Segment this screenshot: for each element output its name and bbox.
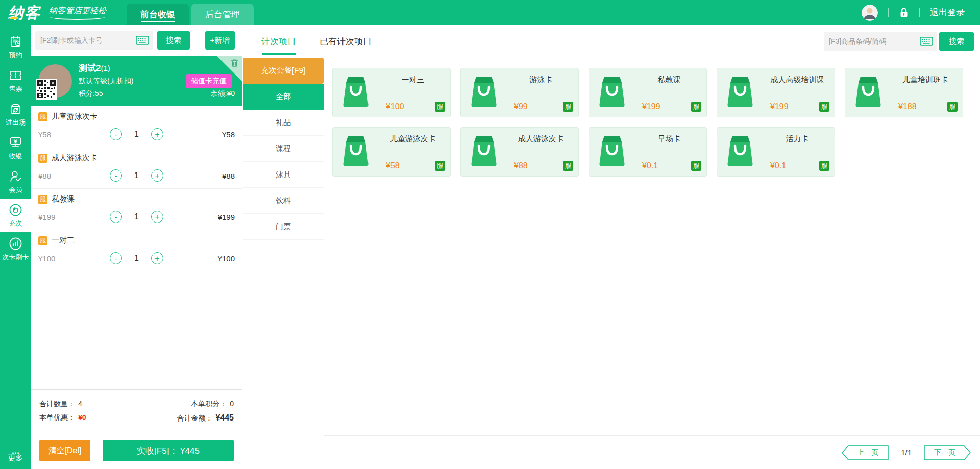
logout-button[interactable]: 退出登录 — [930, 7, 965, 18]
product-name: 儿童游泳次卡 — [380, 134, 446, 144]
tab-count-items[interactable]: 计次项目 — [261, 33, 296, 51]
product-card[interactable]: 儿童游泳次卡 ¥58 服 — [332, 127, 451, 177]
service-tag: 服 — [435, 161, 445, 171]
user-avatar-icon[interactable] — [862, 5, 878, 21]
divider — [888, 8, 889, 17]
cart-item-total: ¥58 — [192, 130, 235, 139]
category-swim-gear[interactable]: 泳具 — [243, 162, 324, 188]
service-tag: 服 — [691, 102, 701, 112]
sidebar-label: 更多 — [8, 453, 23, 463]
product-card[interactable]: 早场卡 ¥0.1 服 — [589, 127, 707, 177]
cart-item[interactable]: 服 私教课 ¥199 - 1 + ¥199 — [31, 189, 242, 230]
ticket-icon — [9, 68, 22, 82]
product-card[interactable]: 儿童培训班卡 ¥188 服 — [845, 68, 963, 117]
member-points: 积分:55 — [79, 89, 103, 98]
increase-qty-button[interactable]: + — [151, 211, 163, 223]
nav-tab-back-admin[interactable]: 后台管理 — [191, 4, 254, 25]
increase-qty-button[interactable]: + — [151, 252, 163, 264]
product-name: 成人高级培训课 — [764, 75, 830, 85]
sidebar-item-more[interactable]: … 更多 — [0, 449, 31, 463]
cart-item-price: ¥100 — [38, 254, 81, 263]
keyboard-icon[interactable] — [136, 36, 149, 45]
shopping-bag-icon — [341, 135, 371, 167]
total-amount-label: 合计金额： — [177, 414, 212, 423]
member-icon — [9, 169, 22, 183]
tab-existing-count-items[interactable]: 已有计次项目 — [320, 33, 372, 51]
cart-item-list: 服 儿童游泳次卡 ¥58 - 1 + ¥58 服 成人游泳次卡 ¥88 - 1 — [31, 106, 242, 389]
service-tag: 服 — [38, 154, 47, 163]
cart-item-qty: 1 — [134, 254, 139, 263]
product-card[interactable]: 成人高级培训课 ¥199 服 — [717, 68, 835, 117]
increase-qty-button[interactable]: + — [151, 169, 163, 182]
lock-icon[interactable] — [899, 7, 909, 18]
sidebar-item-cashier[interactable]: 收银 — [0, 131, 31, 165]
pay-button[interactable]: 实收[F5]： ¥445 — [103, 440, 234, 461]
sidebar-item-recharge-times[interactable]: 充次 — [0, 199, 31, 232]
main-nav: 前台收银 后台管理 — [127, 4, 254, 25]
member-card-input[interactable] — [40, 36, 133, 44]
product-barcode-input[interactable] — [829, 37, 917, 45]
cart-actions: 清空[Del] 实收[F5]： ¥445 — [31, 432, 242, 469]
sidebar-label: 进出场 — [6, 118, 26, 127]
product-search-button[interactable]: 搜索 — [939, 32, 974, 51]
product-search-field — [824, 32, 937, 51]
product-card[interactable]: 活力卡 ¥0.1 服 — [717, 127, 835, 177]
product-card[interactable]: 私教课 ¥199 服 — [589, 68, 707, 117]
cart-item-name: 一对三 — [52, 236, 75, 245]
member-search-button[interactable]: 搜索 — [157, 31, 190, 50]
sidebar-item-ticketing[interactable]: 售票 — [0, 64, 31, 97]
sidebar-label: 次卡刷卡 — [3, 253, 29, 262]
cart-item-price: ¥58 — [38, 130, 81, 139]
category-drinks[interactable]: 饮料 — [243, 188, 324, 214]
product-name: 游泳卡 — [508, 75, 574, 85]
service-tag: 服 — [435, 102, 445, 112]
cart-item-total: ¥88 — [192, 171, 235, 180]
sidebar-item-members[interactable]: 会员 — [0, 165, 31, 199]
service-tag: 服 — [947, 102, 958, 112]
category-recharge-package[interactable]: 充次套餐[F9] — [243, 58, 324, 84]
member-avatar — [38, 64, 72, 98]
shopping-bag-icon — [597, 76, 627, 108]
decrease-qty-button[interactable]: - — [110, 252, 122, 264]
cart-item[interactable]: 服 儿童游泳次卡 ¥58 - 1 + ¥58 — [31, 106, 242, 147]
sidebar-label: 售票 — [9, 84, 22, 93]
sidebar-item-punch-card[interactable]: 次卡刷卡 — [0, 232, 31, 266]
category-sidebar: 充次套餐[F9] 全部 礼品 课程 泳具 饮料 门票 — [243, 58, 324, 469]
category-all[interactable]: 全部 — [243, 84, 324, 110]
product-card[interactable]: 成人游泳次卡 ¥88 服 — [460, 127, 579, 177]
total-qty-label: 合计数量： — [39, 400, 75, 409]
next-page-button[interactable]: 下一页 — [924, 445, 971, 460]
cart-item-qty: 1 — [134, 171, 139, 180]
nav-tab-front-cashier[interactable]: 前台收银 — [127, 4, 189, 25]
cart-item[interactable]: 服 一对三 ¥100 - 1 + ¥100 — [31, 230, 242, 271]
total-amount-value: ¥445 — [215, 413, 234, 423]
trash-icon[interactable] — [231, 59, 238, 69]
cart-item-total: ¥199 — [192, 213, 235, 221]
cart-item-price: ¥199 — [38, 213, 81, 221]
product-card[interactable]: 游泳卡 ¥99 服 — [460, 68, 579, 117]
keyboard-icon[interactable] — [920, 37, 933, 46]
add-member-button[interactable]: +新增 — [205, 31, 235, 50]
sidebar-item-reservation[interactable]: 预约 — [0, 30, 31, 64]
sidebar-item-entry-exit[interactable]: 进出场 — [0, 97, 31, 131]
product-grid: 一对三 ¥100 服 游泳卡 ¥99 服 私教课 ¥199 服 — [324, 58, 980, 435]
category-courses[interactable]: 课程 — [243, 136, 324, 162]
category-gifts[interactable]: 礼品 — [243, 110, 324, 136]
ellipsis-icon: … — [12, 449, 20, 453]
shopping-bag-icon — [469, 135, 499, 167]
category-tickets[interactable]: 门票 — [243, 214, 324, 240]
recharge-times-icon — [9, 203, 22, 217]
increase-qty-button[interactable]: + — [151, 128, 163, 140]
product-card[interactable]: 一对三 ¥100 服 — [332, 68, 451, 117]
main-header: 计次项目 已有计次项目 搜索 — [243, 25, 980, 58]
product-price: ¥58 — [386, 161, 400, 170]
clear-cart-button[interactable]: 清空[Del] — [39, 440, 90, 461]
cart-item[interactable]: 服 成人游泳次卡 ¥88 - 1 + ¥88 — [31, 147, 242, 189]
decrease-qty-button[interactable]: - — [110, 211, 122, 223]
decrease-qty-button[interactable]: - — [110, 169, 122, 182]
member-card: 测试2(1) 默认等级(无折扣) 储值卡充值 积分:55 余额:¥0 — [31, 56, 242, 106]
product-name: 儿童培训班卡 — [892, 75, 959, 85]
decrease-qty-button[interactable]: - — [110, 128, 122, 140]
cart-item-qty: 1 — [134, 212, 139, 221]
prev-page-button[interactable]: 上一页 — [842, 445, 889, 460]
